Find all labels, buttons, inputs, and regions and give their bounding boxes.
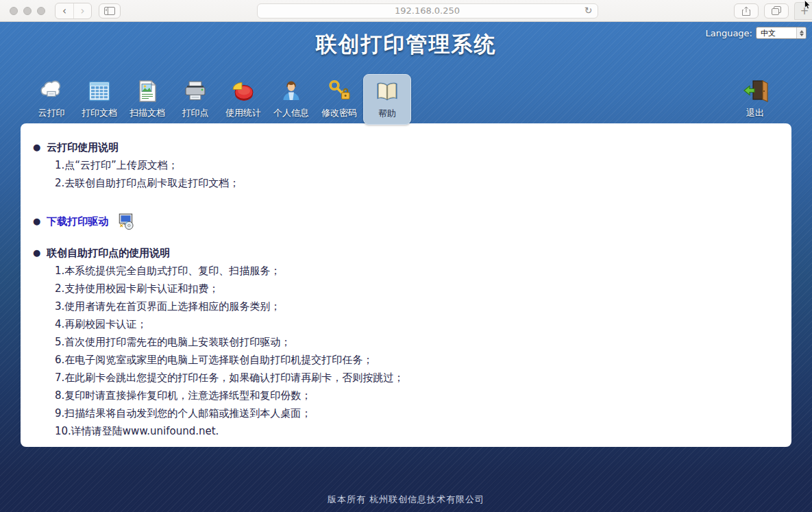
url-field[interactable]: 192.168.0.250 ↻ [257,3,598,19]
section-download-driver: ● 下载打印驱动 [33,212,771,230]
page-title: 联创打印管理系统 [0,22,812,59]
help-line: 6.在电子阅览室或家里的电脑上可选择联创自助打印机提交打印任务； [55,351,771,369]
toolbar-item-print-docs[interactable]: 打印文档 [75,74,123,123]
toolbar-item-label: 修改密码 [321,107,357,119]
chrome-right-buttons: + [734,2,808,20]
help-content-panel: ● 云打印使用说明 1.点“云打印”上传原文档； 2.去联创自助打印点刷卡取走打… [21,123,791,447]
open-book-icon [373,78,401,106]
share-icon [742,6,750,16]
exit-door-icon [741,77,769,105]
forward-button[interactable]: › [73,3,91,19]
main-toolbar: 云打印 打印文档 扫描文档 [0,59,812,122]
section-heading-row: ● 下载打印驱动 [33,212,771,230]
key-lock-icon [325,77,353,105]
bullet-icon: ● [33,138,40,156]
toolbar-item-help[interactable]: 帮助 [363,74,411,125]
help-line: 4.再刷校园卡认证； [55,315,771,333]
toolbar-item-cloud-print[interactable]: 云打印 [27,74,75,123]
section-heading-row: ● 云打印使用说明 [33,138,771,156]
help-line: 3.使用者请先在首页界面上选择相应的服务类别； [55,297,771,315]
toolbar-item-exit[interactable]: 退出 [731,74,779,123]
print-station-icon [182,77,209,105]
help-line: 2.去联创自助打印点刷卡取走打印文档； [55,174,771,192]
bullet-icon: ● [33,212,40,230]
help-line: 2.支持使用校园卡刷卡认证和扣费； [55,280,771,297]
section-lines: 1.本系统提供完全自助式打印、复印、扫描服务； 2.支持使用校园卡刷卡认证和扣费… [55,262,771,440]
help-line: 1.点“云打印”上传原文档； [55,156,771,174]
minimize-button[interactable] [23,7,32,15]
download-driver-link[interactable]: 下载打印驱动 [47,212,108,230]
help-line: 1.本系统提供完全自助式打印、复印、扫描服务； [55,262,771,280]
toolbar-item-personal-info[interactable]: 个人信息 [267,74,315,123]
nav-buttons: ‹ › [55,3,92,19]
zoom-button[interactable] [37,7,45,15]
section-self-service-help: ● 联创自助打印点的使用说明 1.本系统提供完全自助式打印、复印、扫描服务； 2… [33,244,771,440]
cloud-print-icon [38,77,65,105]
help-line: 9.扫描结果将自动发到您的个人邮箱或推送到本人桌面； [55,404,771,422]
person-icon [278,77,305,105]
bullet-icon: ● [33,244,40,262]
webapp-page: Language: 中文 联创打印管理系统 云打印 [0,22,812,512]
help-line: 5.首次使用打印需先在的电脑上安装联创打印驱动； [55,333,771,351]
tabs-icon [772,6,781,15]
toolbar-item-scan-docs[interactable]: 扫描文档 [123,74,171,123]
browser-chrome: ‹ › 192.168.0.250 ↻ + [0,0,812,22]
url-text: 192.168.0.250 [395,5,460,16]
language-label: Language: [705,28,752,38]
share-button[interactable] [734,3,759,19]
pie-chart-icon [230,77,257,105]
driver-installer-icon [117,212,135,230]
tab-overview-button[interactable] [764,3,789,19]
print-docs-icon [86,77,113,105]
scan-docs-icon [134,77,161,105]
toolbar-item-label: 云打印 [38,107,65,119]
section-heading: 云打印使用说明 [47,138,119,156]
toolbar-item-label: 退出 [746,107,764,119]
copyright-footer: 版本所有 杭州联创信息技术有限公司 [0,493,812,506]
help-line: 7.在此刷卡会跳出您提交的打印任务，如果确认打印请再刷卡，否则按跳过； [55,369,771,387]
sidebar-icon [104,7,115,15]
back-button[interactable]: ‹ [56,3,73,19]
language-select[interactable]: 中文 [756,27,807,39]
section-heading: 联创自助打印点的使用说明 [47,244,170,262]
toolbar-item-change-password[interactable]: 修改密码 [315,74,363,123]
close-button[interactable] [10,7,18,15]
sidebar-button[interactable] [99,3,121,19]
mouse-cursor [804,0,811,9]
toolbar-item-label: 扫描文档 [130,107,165,119]
reload-button[interactable]: ↻ [585,5,593,16]
toolbar-item-label: 打印文档 [82,107,117,119]
section-cloud-print-help: ● 云打印使用说明 1.点“云打印”上传原文档； 2.去联创自助打印点刷卡取走打… [33,138,771,192]
language-value: 中文 [761,28,776,38]
toolbar-item-print-station[interactable]: 打印点 [171,74,219,123]
help-line: 10.详情请登陆www.unifound.net. [55,422,771,440]
help-line: 8.复印时请直接操作复印机，注意选择纸型和复印份数； [55,387,771,404]
toolbar-item-label: 使用统计 [225,107,261,119]
section-lines: 1.点“云打印”上传原文档； 2.去联创自助打印点刷卡取走打印文档； [55,156,771,192]
section-heading-row: ● 联创自助打印点的使用说明 [33,244,771,262]
window-controls [10,7,45,15]
select-stepper-icon [796,27,806,38]
toolbar-item-label: 打印点 [182,107,209,119]
toolbar-item-label: 个人信息 [273,107,309,119]
toolbar-item-label: 帮助 [378,108,396,120]
language-selector-row: Language: 中文 [705,27,807,39]
toolbar-item-usage-stats[interactable]: 使用统计 [219,74,267,123]
